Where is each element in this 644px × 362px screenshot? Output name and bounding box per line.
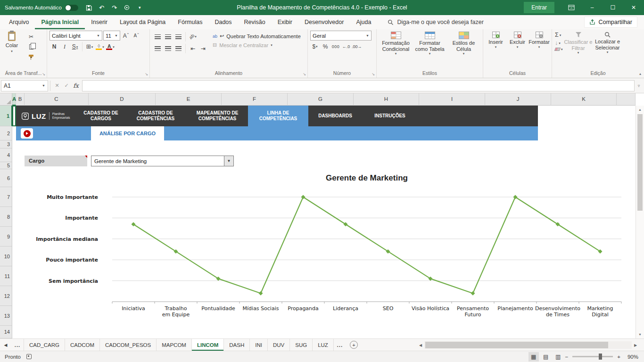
insert-function-button[interactable]: fx [71, 80, 81, 91]
increase-indent-button[interactable]: ⇥ [198, 44, 208, 53]
column-header-k[interactable]: K [551, 93, 617, 106]
align-center-button[interactable] [163, 44, 173, 53]
sheet-overflow-right[interactable]: ... [334, 339, 346, 351]
row-header-12[interactable]: 12 [0, 286, 12, 306]
sheet-tab-luz[interactable]: LUZ [313, 339, 334, 351]
normal-view-button[interactable]: ▦ [528, 352, 539, 362]
customize-qat-button[interactable]: ▾ [134, 2, 146, 13]
scroll-left-icon[interactable]: ◀ [417, 343, 424, 347]
name-box[interactable]: A1 ▼ [1, 80, 48, 91]
nav-item-mapeamento-de-competencias[interactable]: MAPEAMENTO DE COMPETÊNCIAS [187, 106, 248, 126]
wrap-text-button[interactable]: ab ↩ Quebrar Texto Automaticamente [213, 33, 301, 39]
align-bottom-button[interactable] [173, 32, 183, 41]
row-header-10[interactable]: 10 [0, 247, 12, 266]
row-header-5[interactable]: 5 [0, 162, 12, 169]
autosave-control[interactable]: Salvamento Automático [5, 5, 78, 11]
analysis-tab[interactable]: ANÁLISE POR CARGO [91, 126, 164, 140]
row-header-8[interactable]: 8 [0, 207, 12, 227]
align-left-button[interactable] [153, 44, 162, 53]
sheet-tab-dash[interactable]: DASH [224, 339, 250, 351]
tab-arquivo[interactable]: Arquivo [3, 15, 35, 29]
column-header-a[interactable]: A [12, 93, 16, 106]
nav-item-cadastro-de-cargos[interactable]: CADASTRO DE CARGOS [77, 106, 124, 126]
row-header-1[interactable]: 1 [0, 106, 12, 126]
cancel-button[interactable]: ✕ [52, 80, 62, 91]
underline-button[interactable]: S▾ [70, 42, 80, 51]
font-name-combo[interactable]: Calibri Light ▼ [50, 31, 102, 41]
column-header-j[interactable]: J [485, 93, 551, 106]
bold-button[interactable]: N [50, 42, 59, 51]
share-button[interactable]: Compartilhar [584, 16, 637, 28]
nav-item-dashboards[interactable]: DASHBOARDS [308, 106, 362, 126]
sheet-tab-lincom[interactable]: LINCOM [192, 339, 224, 351]
decrease-decimal-button[interactable]: .00→ [352, 42, 362, 51]
comma-style-button[interactable]: 000 [331, 42, 340, 51]
horizontal-scroll-thumb[interactable] [425, 342, 608, 348]
sheet-tab-mapcom[interactable]: MAPCOM [157, 339, 192, 351]
column-header-f[interactable]: F [222, 93, 288, 106]
column-header-h[interactable]: H [354, 93, 419, 106]
fill-button[interactable]: ↓▾ [555, 40, 563, 46]
maximize-button[interactable]: ☐ [603, 0, 623, 15]
format-cells-button[interactable]: Formatar ▾ [528, 29, 550, 70]
tab-exibir[interactable]: Exibir [272, 15, 298, 29]
video-link-button[interactable] [21, 128, 33, 139]
horizontal-scroll-track[interactable] [424, 341, 632, 349]
row-header-7[interactable]: 7 [0, 187, 12, 207]
align-right-button[interactable] [173, 44, 183, 53]
tab-formulas[interactable]: Fórmulas [172, 15, 208, 29]
alignment-dialog-launcher[interactable]: ↘ [303, 73, 306, 76]
new-sheet-button[interactable]: + [350, 341, 358, 349]
grow-font-button[interactable]: Aˆ [121, 31, 131, 40]
vertical-scrollbar[interactable]: ▲ ▼ [636, 106, 644, 338]
column-header-b[interactable]: B [16, 93, 25, 106]
clipboard-dialog-launcher[interactable]: ↘ [42, 73, 45, 76]
cargo-dropdown[interactable]: Gerente de Marketing ▼ [91, 156, 234, 166]
clear-button[interactable]: ▾ [555, 48, 563, 51]
sort-filter-button[interactable]: Classificar e Filtrar ▾ [564, 29, 593, 70]
zoom-level[interactable]: 90% [622, 354, 638, 360]
sheet-tab-cadcom-pesos[interactable]: CADCOM_PESOS [100, 339, 157, 351]
sheet-tab-sug[interactable]: SUG [290, 339, 313, 351]
formula-input[interactable] [82, 80, 635, 91]
cargo-dropdown-button[interactable]: ▼ [224, 156, 233, 166]
cell-styles-button[interactable]: Estilos de Célula ▾ [447, 29, 481, 70]
tab-revisao[interactable]: Revisão [238, 15, 272, 29]
row-header-9[interactable]: 9 [0, 227, 12, 247]
autosave-toggle[interactable] [65, 5, 78, 11]
zoom-slider-thumb[interactable] [599, 354, 602, 360]
align-middle-button[interactable] [163, 32, 173, 41]
collapse-ribbon-button[interactable]: ▴ [639, 72, 641, 76]
column-header-i[interactable]: I [419, 93, 485, 106]
active-cell-outline[interactable] [12, 106, 16, 126]
horizontal-scrollbar[interactable]: ◀ ▶ [417, 341, 639, 349]
row-header-3[interactable]: 3 [0, 140, 12, 148]
tab-ajuda[interactable]: Ajuda [350, 15, 377, 29]
conditional-formatting-button[interactable]: Formatação Condicional ▾ [379, 29, 413, 70]
sheet-overflow-left[interactable]: ... [11, 339, 24, 351]
redo-button[interactable]: ↷ [108, 2, 120, 13]
ribbon-display-options-button[interactable] [561, 0, 582, 15]
italic-button[interactable]: I [60, 42, 69, 51]
sheet-prev-button[interactable]: ◀ [0, 339, 11, 351]
sheet-tab-ini[interactable]: INI [250, 339, 268, 351]
vertical-scroll-thumb[interactable] [637, 114, 643, 211]
autosum-button[interactable]: Σ▾ [555, 32, 563, 38]
column-header-g[interactable]: G [288, 93, 354, 106]
sheet-tab-duv[interactable]: DUV [268, 339, 290, 351]
borders-button[interactable]: ⊞▾ [85, 42, 94, 51]
tab-pagina-inicial[interactable]: Página Inicial [35, 15, 85, 29]
row-header-2[interactable]: 2 [0, 126, 12, 140]
touch-mode-button[interactable] [121, 2, 133, 13]
undo-button[interactable]: ↶ [96, 2, 107, 13]
merge-center-button[interactable]: ⊟ Mesclar e Centralizar ▾ [213, 42, 301, 48]
sheet-tab-cadcom[interactable]: CADCOM [65, 339, 100, 351]
column-header-filler[interactable] [617, 93, 636, 106]
column-header-d[interactable]: D [89, 93, 156, 106]
scroll-down-icon[interactable]: ▼ [636, 331, 644, 338]
cut-button[interactable]: ✂ [26, 32, 36, 41]
zoom-slider[interactable] [572, 356, 613, 357]
accounting-format-button[interactable]: $▾ [310, 42, 320, 51]
nav-item-linha-de-competencias[interactable]: LINHA DE COMPETÊNCIAS [248, 106, 308, 126]
select-all-corner[interactable] [0, 93, 12, 106]
